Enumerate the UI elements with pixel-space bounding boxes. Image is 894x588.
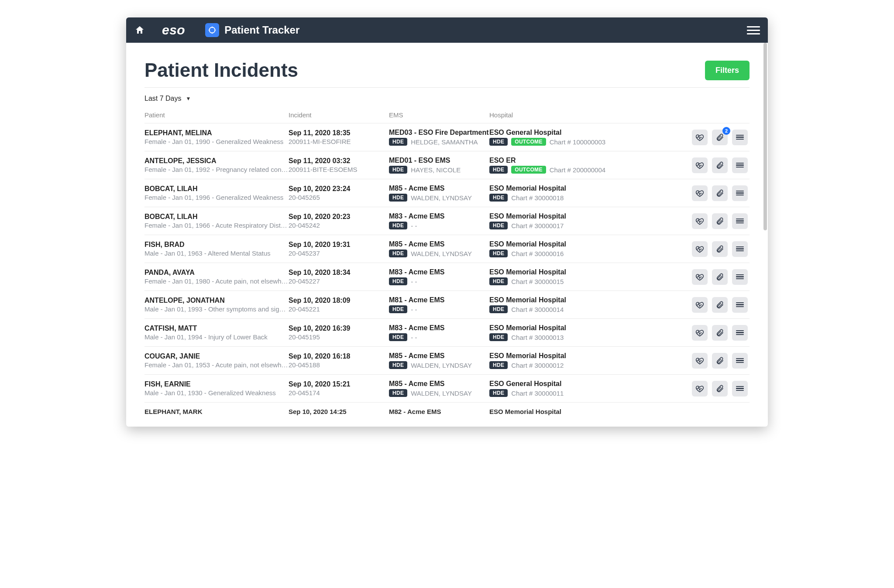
- row-menu-button[interactable]: [732, 381, 748, 397]
- scrollbar[interactable]: [763, 43, 767, 230]
- date-range-selector[interactable]: Last 7 Days ▼: [144, 92, 750, 109]
- table-row[interactable]: ELEPHANT, MELINA Female - Jan 01, 1990 -…: [144, 123, 750, 151]
- hospital-name: ESO Memorial Hospital: [489, 352, 675, 360]
- table-row[interactable]: FISH, EARNIE Male - Jan 01, 1930 - Gener…: [144, 374, 750, 402]
- attachments-button[interactable]: [712, 325, 728, 341]
- row-menu-button[interactable]: [732, 185, 748, 201]
- attachments-button[interactable]: [712, 241, 728, 257]
- ems-person: WALDEN, LYNDSAY: [411, 250, 472, 257]
- row-menu-button[interactable]: [732, 130, 748, 145]
- patient-name: ANTELOPE, JESSICA: [144, 157, 289, 165]
- attachments-button[interactable]: 2: [712, 130, 728, 145]
- menu-lines-icon: [736, 246, 744, 253]
- vitals-button[interactable]: [692, 241, 708, 257]
- patient-sub: Male - Jan 01, 1930 - Generalized Weakne…: [144, 388, 289, 397]
- attachments-button[interactable]: [712, 381, 728, 397]
- heart-pulse-icon: [695, 273, 704, 281]
- col-patient: Patient: [144, 111, 289, 119]
- outcome-badge: OUTCOME: [511, 166, 546, 174]
- patient-sub: Male - Jan 01, 1993 - Other symptoms and…: [144, 304, 289, 313]
- patient-sub: Female - Jan 01, 1996 - Generalized Weak…: [144, 193, 289, 201]
- row-menu-button[interactable]: [732, 325, 748, 341]
- patient-name: ANTELOPE, JONATHAN: [144, 297, 289, 304]
- table-row[interactable]: PANDA, AVAYA Female - Jan 01, 1980 - Acu…: [144, 263, 750, 291]
- vitals-button[interactable]: [692, 325, 708, 341]
- menu-lines-icon: [736, 385, 744, 392]
- incident-table: ELEPHANT, MELINA Female - Jan 01, 1990 -…: [144, 123, 750, 402]
- incident-time: Sep 10, 2020 16:39: [289, 325, 389, 332]
- home-button[interactable]: [134, 24, 145, 36]
- vitals-button[interactable]: [692, 381, 708, 397]
- hde-badge: HDE: [489, 250, 508, 257]
- attachments-button[interactable]: [712, 297, 728, 313]
- hde-badge: HDE: [489, 138, 508, 146]
- vitals-button[interactable]: [692, 269, 708, 285]
- hospital-name: ESO Memorial Hospital: [489, 408, 675, 415]
- filters-button[interactable]: Filters: [705, 61, 750, 80]
- patient-name: BOBCAT, LILAH: [144, 213, 289, 221]
- incident-time: Sep 11, 2020 18:35: [289, 129, 389, 137]
- row-menu-button[interactable]: [732, 241, 748, 257]
- hde-badge: HDE: [389, 361, 407, 369]
- svg-point-0: [210, 27, 215, 33]
- row-menu-button[interactable]: [732, 213, 748, 229]
- col-incident: Incident: [289, 111, 389, 119]
- incident-id: 200911-BITE-ESOEMS: [289, 165, 389, 173]
- patient-name: FISH, BRAD: [144, 241, 289, 249]
- attachments-button[interactable]: [712, 353, 728, 369]
- hde-badge: HDE: [389, 222, 407, 229]
- vitals-button[interactable]: [692, 297, 708, 313]
- table-row[interactable]: ELEPHANT, MARK Sep 10, 2020 14:25 M82 - …: [144, 402, 750, 415]
- menu-lines-icon: [736, 190, 744, 197]
- table-row[interactable]: COUGAR, JANIE Female - Jan 01, 1953 - Ac…: [144, 346, 750, 374]
- paperclip-icon: [715, 384, 724, 393]
- ems-name: M83 - Acme EMS: [389, 212, 489, 220]
- hospital-name: ESO Memorial Hospital: [489, 212, 675, 220]
- table-row[interactable]: CATFISH, MATT Male - Jan 01, 1994 - Inju…: [144, 318, 750, 346]
- hde-badge: HDE: [389, 250, 407, 257]
- menu-lines-icon: [736, 329, 744, 336]
- ems-name: M82 - Acme EMS: [389, 408, 489, 415]
- chart-number: Chart # 100000003: [550, 138, 605, 146]
- heart-pulse-icon: [695, 301, 704, 309]
- patient-name: ELEPHANT, MARK: [144, 408, 289, 415]
- patient-sub: Male - Jan 01, 1963 - Altered Mental Sta…: [144, 249, 289, 257]
- attachments-button[interactable]: [712, 269, 728, 285]
- chart-number: Chart # 30000011: [511, 390, 564, 397]
- paperclip-icon: [715, 161, 724, 170]
- vitals-button[interactable]: [692, 213, 708, 229]
- row-menu-button[interactable]: [732, 157, 748, 173]
- chart-number: Chart # 30000018: [511, 194, 564, 202]
- patient-sub: Female - Jan 01, 1992 - Pregnancy relate…: [144, 165, 289, 173]
- table-row[interactable]: ANTELOPE, JESSICA Female - Jan 01, 1992 …: [144, 151, 750, 179]
- ems-person: HELDGE, SAMANTHA: [411, 138, 478, 146]
- table-row[interactable]: ANTELOPE, JONATHAN Male - Jan 01, 1993 -…: [144, 291, 750, 318]
- ems-name: M81 - Acme EMS: [389, 296, 489, 304]
- vitals-button[interactable]: [692, 353, 708, 369]
- row-menu-button[interactable]: [732, 269, 748, 285]
- app-chip[interactable]: Patient Tracker: [205, 23, 299, 37]
- outcome-badge: OUTCOME: [511, 138, 546, 146]
- attachments-button[interactable]: [712, 213, 728, 229]
- ems-person: - -: [411, 306, 417, 313]
- row-menu-button[interactable]: [732, 297, 748, 313]
- paperclip-icon: [715, 245, 724, 253]
- target-icon: [208, 26, 217, 34]
- attachments-button[interactable]: [712, 185, 728, 201]
- menu-lines-icon: [736, 273, 744, 280]
- table-row[interactable]: BOBCAT, LILAH Female - Jan 01, 1996 - Ge…: [144, 179, 750, 207]
- app-header: eso Patient Tracker: [126, 17, 768, 43]
- incident-time: Sep 10, 2020 19:31: [289, 241, 389, 249]
- attachment-count: 2: [722, 127, 730, 135]
- hde-badge: HDE: [489, 333, 508, 341]
- vitals-button[interactable]: [692, 185, 708, 201]
- attachments-button[interactable]: [712, 157, 728, 173]
- menu-button[interactable]: [747, 24, 760, 37]
- row-menu-button[interactable]: [732, 353, 748, 369]
- col-ems: EMS: [389, 111, 489, 119]
- vitals-button[interactable]: [692, 130, 708, 145]
- table-row[interactable]: BOBCAT, LILAH Female - Jan 01, 1966 - Ac…: [144, 207, 750, 235]
- vitals-button[interactable]: [692, 157, 708, 173]
- table-row[interactable]: FISH, BRAD Male - Jan 01, 1963 - Altered…: [144, 235, 750, 263]
- hde-badge: HDE: [489, 361, 508, 369]
